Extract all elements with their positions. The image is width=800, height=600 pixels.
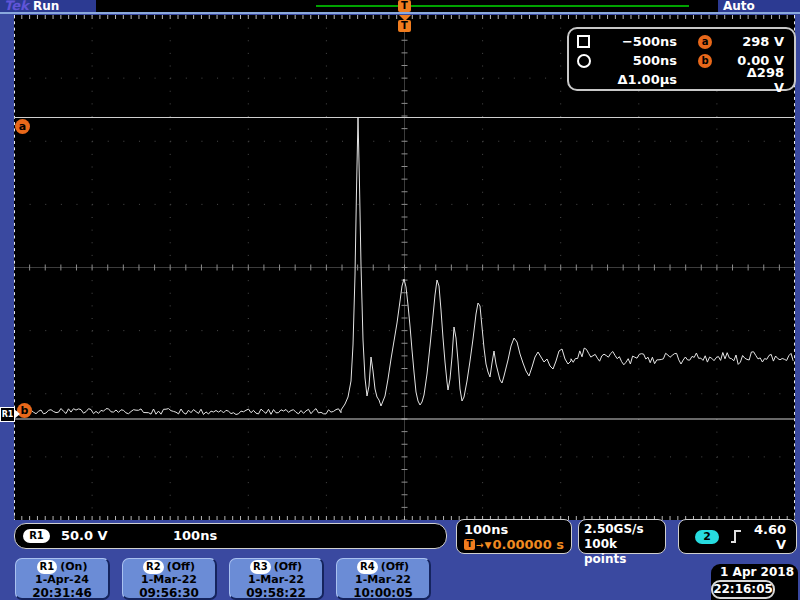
- ref1-badge: R1: [23, 529, 50, 543]
- rising-edge-icon: [730, 529, 742, 544]
- cursor-delta-value: Δ298 V: [733, 65, 784, 95]
- acquisition-readout-box: 2.50GS/s 100k points: [578, 519, 666, 554]
- ref1-vertical-scale: 50.0 V: [61, 528, 108, 543]
- cursor-a-badge: a: [698, 35, 712, 49]
- cursor-row-delta: Δ1.00µs Δ298 V: [577, 70, 784, 89]
- softkey-r3[interactable]: R3(Off) 1-Mar-22 09:58:22: [229, 558, 324, 600]
- r2-state: (Off): [167, 560, 195, 573]
- cursor-delta-time: Δ1.00µs: [599, 72, 677, 87]
- softkey-r1[interactable]: R1(On) 1-Apr-24 20:31:46: [15, 558, 110, 600]
- trigger-position-flag-icon: T: [398, 20, 411, 32]
- trigger-level-value: 4.60 V: [753, 522, 786, 552]
- cursor-a-time: −500ns: [599, 34, 677, 49]
- titlebar-separator: [0, 12, 800, 14]
- r3-badge: R3: [250, 560, 271, 574]
- cursor-readout-box: −500ns a 298 V 500ns b 0.00 V Δ1.00µs Δ2…: [567, 27, 796, 91]
- cursor-a-marker[interactable]: a: [15, 119, 30, 134]
- cursor1-square-icon: [577, 35, 599, 48]
- cursor-b-time: 500ns: [599, 53, 677, 68]
- trigger-t-icon: T: [464, 539, 475, 550]
- ref1-ground-marker-arrow-icon: [14, 409, 20, 419]
- ref1-timebase: 100ns: [173, 528, 217, 543]
- ref1-ground-marker: R1: [0, 407, 15, 422]
- current-date: 1 Apr 2018: [720, 565, 794, 579]
- r2-badge: R2: [143, 560, 164, 574]
- r3-time: 09:58:22: [230, 587, 322, 600]
- triangle-down-icon: ▼: [485, 540, 492, 550]
- trigger-position-readout: T → ▼ 0.00000 s: [464, 537, 564, 552]
- trigger-position-value: 0.00000 s: [492, 537, 563, 552]
- current-time: 22:16:05: [711, 580, 775, 599]
- sample-rate: 2.50GS/s: [584, 522, 660, 537]
- horizontal-readout-box: 100ns T → ▼ 0.00000 s: [456, 519, 572, 554]
- r4-state: (Off): [381, 560, 409, 573]
- r1-state: (On): [60, 560, 87, 573]
- r4-time: 10:00:05: [337, 587, 429, 600]
- r2-time: 09:56:30: [123, 587, 215, 600]
- arrow-right-icon: →: [476, 540, 484, 550]
- r1-badge: R1: [37, 560, 58, 574]
- cursor-row-a: −500ns a 298 V: [577, 32, 784, 51]
- r3-state: (Off): [274, 560, 302, 573]
- trigger-readout-box: 2 4.60 V: [678, 519, 797, 554]
- cursor2-circle-icon: [577, 54, 599, 68]
- trigger-position-bar-icon: T: [398, 0, 411, 12]
- channel-2-badge: 2: [695, 530, 719, 544]
- softkey-r4[interactable]: R4(Off) 1-Mar-22 10:00:05: [336, 558, 431, 600]
- record-length: 100k points: [584, 537, 660, 567]
- ref1-readout-box: R1 50.0 V 100ns: [14, 523, 447, 549]
- r1-time: 20:31:46: [16, 587, 108, 600]
- r4-badge: R4: [357, 560, 378, 574]
- cursor-b-badge: b: [698, 54, 712, 68]
- acquisition-progress-line: [316, 5, 689, 7]
- cursor-a-value: 298 V: [733, 34, 784, 49]
- horizontal-scale: 100ns: [464, 522, 564, 537]
- datetime-box: 1 Apr 2018 22:16:05: [711, 564, 798, 600]
- softkey-r2[interactable]: R2(Off) 1-Mar-22 09:56:30: [122, 558, 217, 600]
